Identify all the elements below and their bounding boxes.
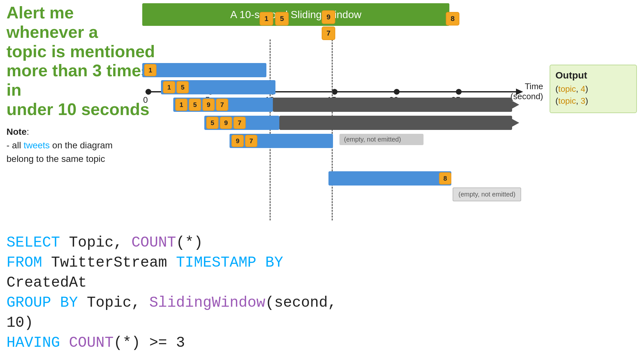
kw-by-1: BY: [265, 254, 283, 271]
left-panel: Alert me whenever a topic is mentioned m…: [6, 3, 155, 166]
badge-b3-9: 9: [202, 99, 215, 111]
badge-b4-7: 7: [233, 117, 246, 129]
alert-line1: Alert me whenever a: [6, 3, 98, 41]
badge-b5-9: 9: [231, 135, 244, 147]
badge-b5-7: 7: [245, 135, 257, 147]
kw-sliding: SlidingWindow: [149, 294, 265, 311]
alert-line4: under 10 seconds: [6, 100, 149, 119]
note-section: Note: - all tweets on the diagrambelong …: [6, 125, 155, 166]
window-bar-3: 1 5 9 7: [173, 98, 273, 112]
event-badge-1: 1: [260, 12, 273, 26]
output-topic-1: topic: [558, 84, 576, 94]
output-num-2: 3: [581, 96, 585, 106]
alert-line2: topic is mentioned: [6, 42, 155, 61]
alert-text: Alert me whenever a topic is mentioned m…: [6, 3, 155, 119]
kw-by-2: BY: [60, 294, 78, 311]
header-title: A 10-second Sliding Window: [230, 9, 361, 21]
sql-section: SELECT Topic, COUNT(*) FROM TwitterStrea…: [6, 233, 362, 353]
dashed-line-15: [332, 39, 333, 220]
tl-dot-0: [145, 89, 151, 95]
bar-3-arrow: [512, 101, 519, 109]
empty-label-1: (empty, not emitted): [339, 134, 424, 145]
kw-having: HAVING: [6, 334, 60, 351]
badge-b3-5: 5: [189, 99, 201, 111]
sql-line-2: FROM TwitterStream TIMESTAMP BY CreatedA…: [6, 253, 362, 293]
badge-b4-5: 5: [206, 117, 219, 129]
badge-b4-9: 9: [220, 117, 232, 129]
kw-select: SELECT: [6, 234, 60, 251]
window-bar-1: 1: [142, 63, 266, 77]
tl-label-0: 0: [143, 95, 148, 105]
tl-dot-20: [394, 89, 400, 95]
output-item-2: (topic, 3): [555, 96, 631, 106]
time-label: Time(second): [510, 81, 543, 101]
alert-line3: more than 3 times in: [6, 61, 150, 99]
dashed-line-10: [270, 39, 271, 220]
bar-4-arrow: [512, 119, 519, 127]
window-bar-5: 9 7: [230, 134, 333, 148]
event-badge-8-top: 8: [446, 12, 459, 26]
badge-b2-5: 5: [177, 81, 189, 93]
tl-dot-25: [456, 89, 462, 95]
empty-label-2: (empty, not emitted): [453, 187, 521, 201]
window-bar-6: 8: [328, 171, 451, 186]
badge-b1-1: 1: [144, 64, 156, 76]
kw-timestamp: TIMESTAMP: [176, 254, 256, 271]
kw-group: GROUP: [6, 294, 51, 311]
header-bar: A 10-second Sliding Window: [142, 3, 449, 26]
event-badge-5: 5: [275, 12, 289, 26]
tweets-word: tweets: [24, 140, 50, 150]
output-topic-2: topic: [558, 96, 576, 106]
window-bar-4-ext: [279, 116, 512, 130]
diagram-area: A 10-second Sliding Window Time(second) …: [139, 0, 637, 226]
output-item-1: (topic, 4): [555, 84, 631, 94]
kw-from: FROM: [6, 254, 42, 271]
sql-line-3: GROUP BY Topic, SlidingWindow(second, 10…: [6, 293, 362, 333]
note-label: Note: [6, 127, 27, 137]
kw-count-1: COUNT: [131, 234, 176, 251]
window-bar-4: 5 9 7: [204, 116, 279, 130]
kw-count-2: COUNT: [69, 334, 113, 351]
badge-b2-1: 1: [163, 81, 175, 93]
event-badge-7-top: 7: [322, 27, 335, 40]
badge-b6-8: 8: [439, 172, 451, 185]
window-bar-2: 1 5: [161, 80, 275, 94]
output-title: Output: [555, 70, 631, 81]
sql-line-4: HAVING COUNT(*) >= 3: [6, 333, 362, 353]
output-num-1: 4: [581, 84, 585, 94]
badge-b3-7: 7: [216, 99, 228, 111]
output-panel: Output (topic, 4) (topic, 3): [550, 65, 637, 113]
badge-b3-1: 1: [175, 99, 188, 111]
sql-line-1: SELECT Topic, COUNT(*): [6, 233, 362, 253]
event-badge-9-top: 9: [322, 10, 335, 24]
window-bar-3-ext: [273, 98, 512, 112]
